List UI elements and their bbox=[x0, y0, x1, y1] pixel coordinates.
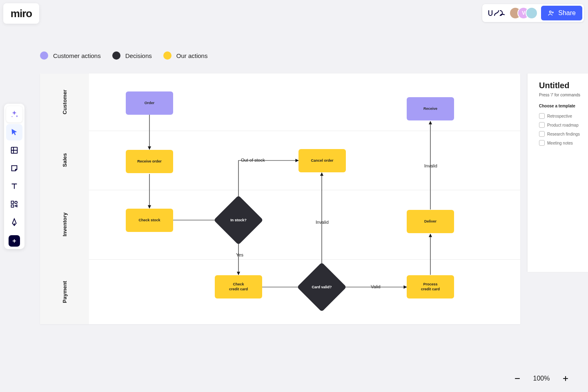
node-process-card[interactable]: Process credit card bbox=[407, 275, 454, 298]
lane-label: Inventory bbox=[40, 190, 89, 259]
node-receive[interactable]: Receive bbox=[407, 97, 454, 120]
side-panel[interactable]: Untitled Press '/' for commands Choose a… bbox=[528, 74, 588, 272]
legend-label: Our actions bbox=[176, 52, 208, 59]
zoom-controls: 100% bbox=[511, 372, 572, 385]
diamond-label: In stock? bbox=[221, 203, 256, 238]
share-button-label: Share bbox=[558, 9, 576, 17]
node-receive-order[interactable]: Receive order bbox=[126, 150, 173, 173]
frame-tool[interactable] bbox=[6, 142, 22, 158]
legend: Customer actions Decisions Our actions bbox=[40, 51, 207, 60]
template-icon bbox=[539, 131, 545, 137]
edge-label: Out of stock bbox=[241, 158, 265, 163]
toolbar bbox=[4, 104, 24, 249]
zoom-in-button[interactable] bbox=[559, 372, 572, 385]
edge-label: Invalid bbox=[316, 220, 329, 225]
svg-rect-7 bbox=[11, 205, 14, 207]
panel-section: Choose a template bbox=[539, 104, 588, 108]
ai-tool[interactable] bbox=[6, 106, 22, 122]
template-icon bbox=[539, 122, 545, 128]
legend-item: Our actions bbox=[163, 51, 208, 60]
edge-label: Valid bbox=[371, 284, 381, 289]
legend-item: Decisions bbox=[112, 51, 152, 60]
legend-dot bbox=[163, 51, 172, 60]
diamond-label: Card valid? bbox=[304, 270, 339, 305]
more-tools[interactable] bbox=[9, 235, 20, 247]
lane-label: Payment bbox=[40, 259, 89, 324]
node-in-stock[interactable]: In stock? bbox=[221, 203, 256, 238]
text-tool[interactable] bbox=[6, 178, 22, 194]
node-card-valid[interactable]: Card valid? bbox=[304, 270, 339, 305]
node-deliver[interactable]: Deliver bbox=[407, 210, 454, 233]
lane-label: Customer bbox=[40, 74, 89, 131]
edge-label: Yes bbox=[236, 252, 243, 257]
avatar[interactable] bbox=[526, 7, 538, 19]
template-icon bbox=[539, 113, 545, 119]
share-button[interactable]: Share bbox=[541, 6, 582, 20]
template-option[interactable]: Research findings bbox=[539, 129, 588, 138]
topbar: V Share bbox=[482, 4, 584, 22]
swimlane-canvas[interactable]: Customer Sales Inventory Payment bbox=[40, 74, 520, 324]
template-option[interactable]: Product roadmap bbox=[539, 120, 588, 129]
svg-point-1 bbox=[11, 116, 12, 117]
sticky-tool[interactable] bbox=[6, 160, 22, 176]
panel-title: Untitled bbox=[539, 81, 588, 90]
zoom-level[interactable]: 100% bbox=[532, 375, 551, 382]
legend-label: Decisions bbox=[125, 52, 152, 59]
node-check-stock[interactable]: Check stock bbox=[126, 209, 173, 232]
legend-label: Customer actions bbox=[53, 52, 101, 59]
template-icon bbox=[539, 140, 545, 146]
reactions-icon[interactable] bbox=[486, 8, 506, 18]
collaborator-avatars[interactable]: V bbox=[509, 7, 538, 19]
lane-label: Sales bbox=[40, 131, 89, 190]
node-cancel-order[interactable]: Cancel order bbox=[298, 149, 346, 172]
template-option[interactable]: Retrospective bbox=[539, 111, 588, 120]
cursor-tool[interactable] bbox=[6, 124, 22, 140]
shapes-tool[interactable] bbox=[6, 196, 22, 212]
node-order[interactable]: Order bbox=[126, 91, 173, 115]
svg-point-6 bbox=[15, 201, 17, 204]
svg-point-0 bbox=[550, 11, 552, 13]
svg-rect-5 bbox=[11, 201, 14, 204]
template-option[interactable]: Meeting notes bbox=[539, 138, 588, 147]
legend-dot bbox=[112, 51, 120, 60]
legend-item: Customer actions bbox=[40, 51, 101, 60]
app-logo[interactable]: miro bbox=[3, 3, 39, 24]
node-check-card[interactable]: Check credit card bbox=[215, 275, 262, 298]
panel-hint: Press '/' for commands bbox=[539, 93, 588, 97]
pen-tool[interactable] bbox=[6, 214, 22, 230]
zoom-out-button[interactable] bbox=[511, 372, 523, 385]
legend-dot bbox=[40, 51, 48, 60]
edge-label: Invalid bbox=[424, 163, 437, 168]
